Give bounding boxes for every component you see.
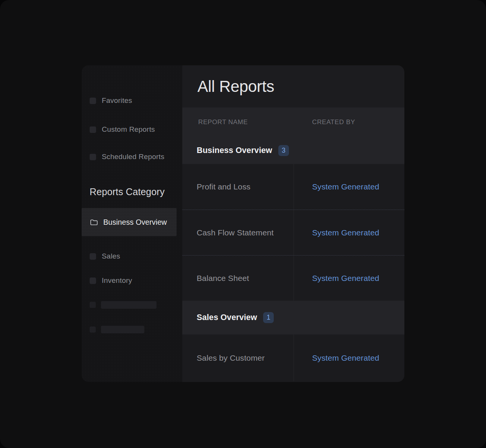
sidebar-category-business-overview[interactable]: Business Overview [82, 208, 177, 236]
report-name-cell: Balance Sheet [182, 256, 294, 301]
group-count-badge: 1 [263, 312, 274, 323]
group-name: Sales Overview [197, 313, 257, 322]
favorites-icon [90, 98, 96, 104]
sidebar-category-inventory[interactable]: Inventory [82, 275, 182, 286]
scheduled-reports-icon [90, 154, 96, 160]
sidebar: Favorites Custom Reports Scheduled Repor… [82, 65, 182, 382]
column-header-created-by: CREATED BY [294, 118, 355, 126]
sidebar-category-label: Sales [102, 252, 120, 260]
group-header-business-overview[interactable]: Business Overview 3 [182, 137, 404, 164]
table-header-band: REPORT NAME CREATED BY Business Overview… [182, 107, 404, 164]
table-column-headers: REPORT NAME CREATED BY [182, 107, 404, 137]
app-screen: Favorites Custom Reports Scheduled Repor… [0, 0, 486, 448]
sidebar-item-label: Custom Reports [102, 125, 155, 134]
sidebar-category-sales[interactable]: Sales [82, 251, 182, 262]
group-header-sales-overview[interactable]: Sales Overview 1 [182, 301, 404, 334]
skeleton-bar [101, 326, 144, 333]
table-row-profit-and-loss[interactable]: Profit and Loss System Generated [182, 164, 404, 210]
created-by-link[interactable]: System Generated [312, 274, 379, 283]
created-by-cell: System Generated [294, 256, 404, 301]
group-count-badge: 3 [278, 145, 289, 156]
skeleton-bar [101, 301, 156, 309]
reports-panel: Favorites Custom Reports Scheduled Repor… [82, 65, 404, 382]
title-band: All Reports [182, 65, 404, 107]
page-title: All Reports [197, 77, 274, 96]
created-by-cell: System Generated [294, 210, 404, 255]
created-by-link[interactable]: System Generated [312, 182, 379, 191]
sales-icon [90, 253, 96, 260]
folder-icon [90, 218, 98, 227]
sidebar-skeleton-row [90, 301, 156, 309]
sidebar-item-custom-reports[interactable]: Custom Reports [82, 124, 182, 135]
sidebar-item-label: Favorites [102, 96, 132, 105]
table-row-balance-sheet[interactable]: Balance Sheet System Generated [182, 255, 404, 301]
created-by-link[interactable]: System Generated [312, 353, 379, 363]
column-header-report-name: REPORT NAME [182, 118, 294, 126]
report-name-cell: Profit and Loss [182, 164, 294, 210]
reports-category-heading: Reports Category [90, 186, 165, 197]
sidebar-item-scheduled-reports[interactable]: Scheduled Reports [82, 151, 182, 162]
created-by-link[interactable]: System Generated [312, 228, 379, 237]
created-by-cell: System Generated [294, 334, 404, 381]
sidebar-item-favorites[interactable]: Favorites [82, 95, 182, 106]
table-row-sales-by-customer[interactable]: Sales by Customer System Generated [182, 334, 404, 381]
report-name-cell: Sales by Customer [182, 334, 294, 381]
sidebar-item-label: Scheduled Reports [102, 153, 164, 161]
sidebar-category-label: Business Overview [103, 218, 167, 227]
skeleton-icon [90, 327, 96, 333]
sidebar-skeleton-row [90, 326, 144, 333]
main-content: All Reports REPORT NAME CREATED BY Busin… [182, 65, 404, 382]
created-by-cell: System Generated [294, 164, 404, 210]
skeleton-icon [90, 302, 96, 308]
sidebar-category-label: Inventory [102, 276, 132, 285]
table-row-cash-flow-statement[interactable]: Cash Flow Statement System Generated [182, 210, 404, 255]
report-name-cell: Cash Flow Statement [182, 210, 294, 255]
inventory-icon [90, 278, 96, 284]
group-name: Business Overview [197, 146, 272, 155]
custom-reports-icon [90, 126, 96, 133]
